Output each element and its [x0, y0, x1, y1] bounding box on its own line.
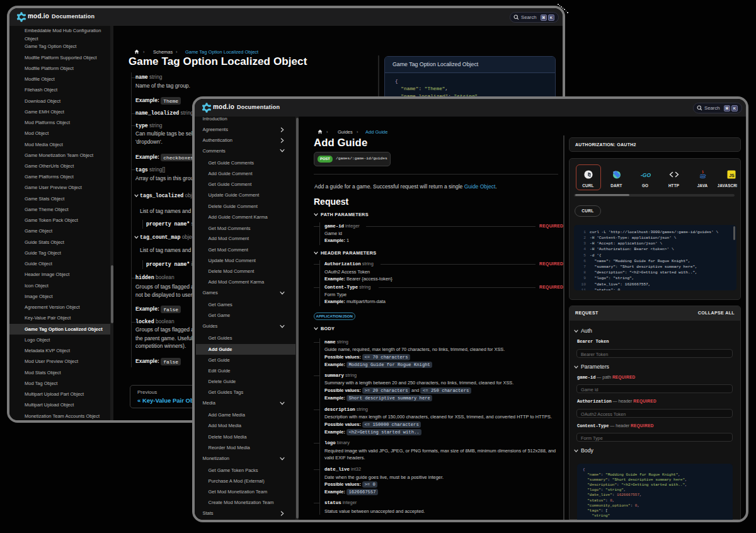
svg-text:-GO: -GO: [641, 172, 651, 178]
svg-text:JS: JS: [729, 173, 735, 178]
